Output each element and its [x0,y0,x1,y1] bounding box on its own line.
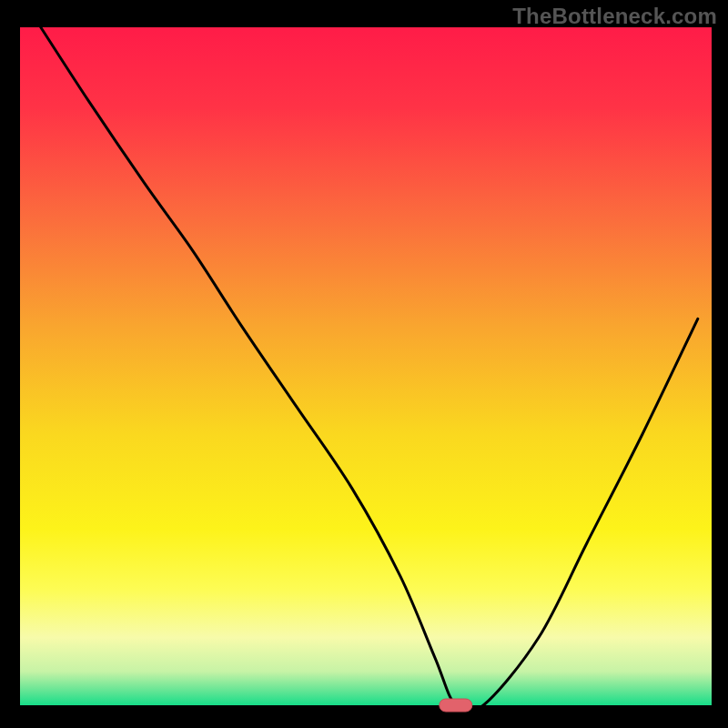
gradient-background [20,27,712,705]
optimum-marker [440,699,472,712]
watermark-text: TheBottleneck.com [512,4,717,29]
bottleneck-chart [0,0,728,728]
chart-frame: TheBottleneck.com [0,0,728,728]
